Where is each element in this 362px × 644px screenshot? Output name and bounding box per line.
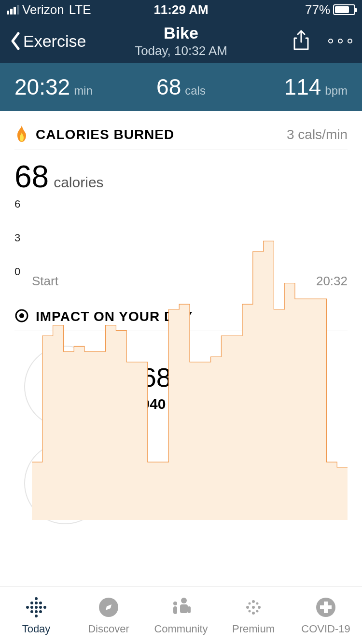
fire-icon [14, 126, 29, 144]
svg-rect-34 [320, 605, 332, 609]
svg-point-15 [35, 606, 38, 609]
tab-premium[interactable]: Premium [217, 587, 290, 644]
battery-icon [333, 4, 355, 15]
chart-svg [32, 204, 348, 520]
svg-point-22 [173, 602, 177, 605]
x-start-label: Start [32, 274, 58, 286]
svg-point-8 [39, 602, 42, 604]
calories-unit: cals [185, 84, 206, 98]
svg-point-10 [39, 610, 42, 613]
stat-bpm: 114 bpm [237, 74, 348, 100]
bottom-nav: Today Discover Community Premium COVID-1… [0, 586, 362, 644]
duration-value: 20:32 [14, 74, 70, 100]
compass-icon [97, 596, 120, 619]
svg-point-18 [181, 598, 187, 603]
svg-point-23 [252, 600, 255, 603]
stat-calories: 68 cals [125, 74, 237, 100]
people-icon [169, 596, 193, 619]
svg-rect-19 [180, 604, 188, 613]
svg-rect-21 [188, 606, 191, 613]
svg-point-11 [35, 602, 38, 604]
chevron-left-icon [10, 31, 21, 51]
svg-rect-20 [173, 606, 177, 614]
svg-point-26 [258, 606, 261, 609]
calories-title: CALORIES BURNED [36, 127, 287, 142]
tab-covid-label: COVID-19 [301, 623, 350, 635]
today-icon [25, 596, 48, 619]
svg-point-24 [252, 612, 255, 615]
svg-point-3 [35, 597, 38, 600]
svg-point-6 [43, 606, 46, 609]
plus-circle-icon [314, 596, 337, 619]
svg-point-30 [256, 610, 259, 612]
tab-discover-label: Discover [88, 623, 129, 635]
tab-discover[interactable]: Discover [72, 587, 145, 644]
signal-icon [7, 5, 19, 14]
back-button[interactable]: Exercise [10, 31, 124, 51]
tab-today-label: Today [22, 623, 51, 635]
tab-community-label: Community [154, 623, 208, 635]
premium-icon [242, 596, 265, 619]
tab-today[interactable]: Today [0, 587, 72, 644]
y-tick: 3 [14, 232, 20, 244]
svg-point-31 [252, 606, 255, 609]
svg-point-13 [30, 606, 33, 609]
more-button[interactable] [328, 39, 352, 43]
svg-point-14 [39, 606, 42, 609]
stats-bar: 20:32 min 68 cals 114 bpm [0, 63, 362, 111]
bpm-unit: bpm [325, 84, 348, 98]
calories-total-value: 68 [14, 159, 49, 195]
svg-point-7 [30, 602, 33, 604]
svg-point-27 [249, 602, 251, 604]
page-title: Bike [124, 24, 238, 42]
calories-rate: 3 cals/min [287, 127, 348, 142]
calories-total-unit: calories [54, 174, 103, 191]
nav-bar: Exercise Bike Today, 10:32 AM [0, 19, 362, 63]
svg-point-9 [30, 610, 33, 613]
clock-label: 11:29 AM [123, 2, 239, 17]
page-subtitle: Today, 10:32 AM [124, 43, 238, 58]
share-icon [292, 29, 311, 51]
carrier-label: Verizon [22, 2, 64, 17]
svg-point-2 [19, 313, 24, 318]
back-label: Exercise [23, 32, 86, 51]
bpm-value: 114 [284, 74, 321, 100]
y-tick: 6 [14, 198, 20, 210]
duration-unit: min [74, 84, 93, 98]
y-tick: 0 [14, 266, 20, 278]
calories-value: 68 [156, 74, 181, 100]
tab-community[interactable]: Community [145, 587, 217, 644]
svg-point-25 [246, 606, 249, 609]
svg-point-28 [256, 602, 259, 604]
tab-premium-label: Premium [232, 623, 275, 635]
battery-percent: 77% [305, 2, 330, 17]
share-button[interactable] [292, 29, 311, 53]
svg-point-4 [35, 615, 38, 617]
calories-section: CALORIES BURNED 3 cals/min 68 calories 6… [0, 111, 362, 286]
svg-point-5 [26, 606, 29, 609]
status-bar: Verizon LTE 11:29 AM 77% [0, 0, 362, 19]
svg-point-29 [249, 610, 251, 612]
svg-point-12 [35, 610, 38, 613]
stat-duration: 20:32 min [14, 74, 125, 100]
target-icon [14, 308, 29, 325]
tab-covid[interactable]: COVID-19 [290, 587, 362, 644]
network-label: LTE [69, 2, 91, 17]
x-end-label: 20:32 [316, 274, 348, 286]
calories-chart: 6 3 0 Start 20:32 [14, 204, 348, 286]
